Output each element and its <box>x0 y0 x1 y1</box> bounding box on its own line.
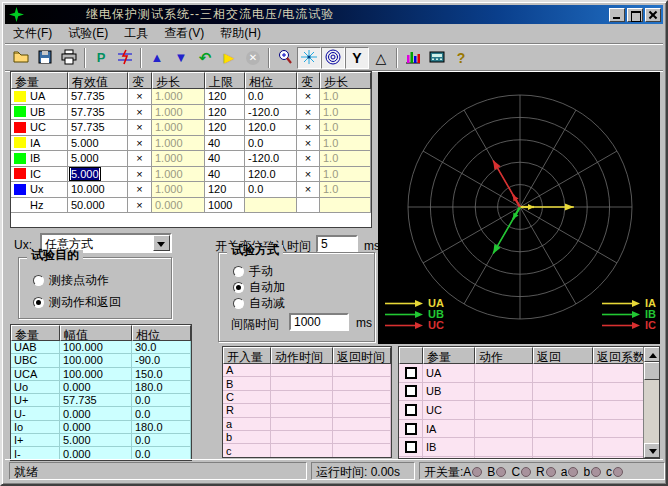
param-limit-cell[interactable]: 120 <box>205 105 245 121</box>
help-button[interactable]: ? <box>449 47 473 69</box>
checkbox-icon[interactable] <box>405 423 417 435</box>
value-edit-box[interactable]: 5.000 <box>69 167 101 181</box>
param-var2-toggle[interactable]: × <box>297 120 320 136</box>
radio-icon[interactable] <box>33 297 44 308</box>
param-var-toggle[interactable]: × <box>128 198 152 214</box>
menu-view[interactable]: 查看(V) <box>156 23 212 44</box>
checkbox-icon[interactable] <box>405 385 417 397</box>
param-step2-cell[interactable]: 1.0 <box>320 136 371 152</box>
param-var2-toggle[interactable]: × <box>297 89 320 105</box>
param-value-cell[interactable]: 10.000 <box>68 182 128 198</box>
menu-test[interactable]: 试验(E) <box>60 23 116 44</box>
checkbox-icon[interactable] <box>405 441 417 453</box>
param-phase-cell[interactable]: -120.0 <box>245 151 297 167</box>
param-var-toggle[interactable]: × <box>128 151 152 167</box>
param-value-cell[interactable]: 5.000 <box>68 167 128 183</box>
param-var2-toggle[interactable]: × <box>297 182 320 198</box>
result-table-scrollbar[interactable] <box>643 347 659 458</box>
mode-option[interactable]: 自动减 <box>233 295 285 312</box>
run-test-button[interactable]: ▶ <box>217 47 241 69</box>
param-var-toggle[interactable]: × <box>128 105 152 121</box>
purpose-option[interactable]: 测接点动作 <box>33 272 109 289</box>
bar-graph-button[interactable] <box>401 47 425 69</box>
param-step2-cell[interactable]: 1.0 <box>320 105 371 121</box>
param-step-cell[interactable]: 1.000 <box>152 136 205 152</box>
param-step-cell[interactable]: 1.000 <box>152 105 205 121</box>
radio-icon[interactable] <box>233 282 244 293</box>
param-var2-toggle[interactable]: × <box>297 167 320 183</box>
menu-help[interactable]: 帮助(H) <box>212 23 269 44</box>
step-down-button[interactable]: ▼ <box>169 47 193 69</box>
param-step-cell[interactable]: 1.000 <box>152 151 205 167</box>
fault-set-button[interactable] <box>113 47 137 69</box>
param-step2-cell[interactable]: 1.0 <box>320 120 371 136</box>
print-button[interactable] <box>57 47 81 69</box>
radio-icon[interactable] <box>33 275 44 286</box>
param-var2-toggle[interactable] <box>297 198 320 214</box>
param-step-cell[interactable]: 1.000 <box>152 89 205 105</box>
wye-connection-button[interactable]: Y <box>345 47 369 69</box>
param-limit-cell[interactable]: 40 <box>205 167 245 183</box>
stop-test-button[interactable]: ✕ <box>241 47 265 69</box>
param-limit-cell[interactable]: 40 <box>205 151 245 167</box>
radio-icon[interactable] <box>233 298 244 309</box>
param-phase-cell[interactable] <box>245 198 297 214</box>
param-value-cell[interactable]: 57.735 <box>68 120 128 136</box>
param-step-cell[interactable]: 1.000 <box>152 167 205 183</box>
open-file-button[interactable] <box>9 47 33 69</box>
save-file-button[interactable] <box>33 47 57 69</box>
circle-view-button[interactable] <box>321 47 345 69</box>
param-var2-toggle[interactable]: × <box>297 105 320 121</box>
param-var2-toggle[interactable]: × <box>297 136 320 152</box>
param-var-toggle[interactable]: × <box>128 120 152 136</box>
interval-input[interactable] <box>289 313 349 331</box>
param-var-toggle[interactable]: × <box>128 182 152 198</box>
param-phase-cell[interactable]: 120.0 <box>245 120 297 136</box>
param-step2-cell[interactable]: 1.0 <box>320 167 371 183</box>
param-var-toggle[interactable]: × <box>128 167 152 183</box>
purpose-option[interactable]: 测动作和返回 <box>33 294 121 311</box>
calculator-button[interactable] <box>425 47 449 69</box>
param-phase-cell[interactable]: -120.0 <box>245 105 297 121</box>
mode-option[interactable]: 手动 <box>233 263 273 280</box>
param-var2-toggle[interactable]: × <box>297 151 320 167</box>
param-value-cell[interactable]: 57.735 <box>68 89 128 105</box>
radio-icon[interactable] <box>233 266 244 277</box>
mode-option[interactable]: 自动加 <box>233 279 285 296</box>
param-value-cell[interactable]: 57.735 <box>68 105 128 121</box>
param-limit-cell[interactable]: 120 <box>205 182 245 198</box>
polar-grid-button[interactable] <box>297 47 321 69</box>
step-up-button[interactable]: ▲ <box>145 47 169 69</box>
param-step2-cell[interactable]: 1.0 <box>320 89 371 105</box>
p-mode-button[interactable]: P <box>89 47 113 69</box>
param-step-cell[interactable]: 1.000 <box>152 182 205 198</box>
maximize-button[interactable] <box>627 8 643 22</box>
param-limit-cell[interactable]: 40 <box>205 136 245 152</box>
param-phase-cell[interactable]: 0.0 <box>245 136 297 152</box>
param-phase-cell[interactable]: 0.0 <box>245 89 297 105</box>
menu-tools[interactable]: 工具 <box>116 23 156 44</box>
zoom-button[interactable] <box>273 47 297 69</box>
param-step2-cell[interactable] <box>320 198 371 214</box>
param-value-cell[interactable]: 5.000 <box>68 136 128 152</box>
scroll-thumb[interactable] <box>644 362 660 380</box>
param-phase-cell[interactable]: 120.0 <box>245 167 297 183</box>
param-value-cell[interactable]: 5.000 <box>68 151 128 167</box>
undo-button[interactable]: ↶ <box>193 47 217 69</box>
param-step-cell[interactable]: 0.000 <box>152 198 205 214</box>
param-step-cell[interactable]: 1.000 <box>152 120 205 136</box>
param-limit-cell[interactable]: 1000 <box>205 198 245 214</box>
param-limit-cell[interactable]: 120 <box>205 89 245 105</box>
param-step2-cell[interactable]: 1.0 <box>320 182 371 198</box>
scroll-down-icon[interactable] <box>644 443 660 458</box>
param-step2-cell[interactable]: 1.0 <box>320 151 371 167</box>
scroll-up-icon[interactable] <box>644 347 660 362</box>
confirm-time-input[interactable] <box>316 235 358 253</box>
param-var-toggle[interactable]: × <box>128 89 152 105</box>
checkbox-icon[interactable] <box>405 367 417 379</box>
minimize-button[interactable] <box>609 8 625 22</box>
close-button[interactable] <box>645 8 661 22</box>
param-var-toggle[interactable]: × <box>128 136 152 152</box>
param-value-cell[interactable]: 50.000 <box>68 198 128 214</box>
menu-file[interactable]: 文件(F) <box>5 23 60 44</box>
